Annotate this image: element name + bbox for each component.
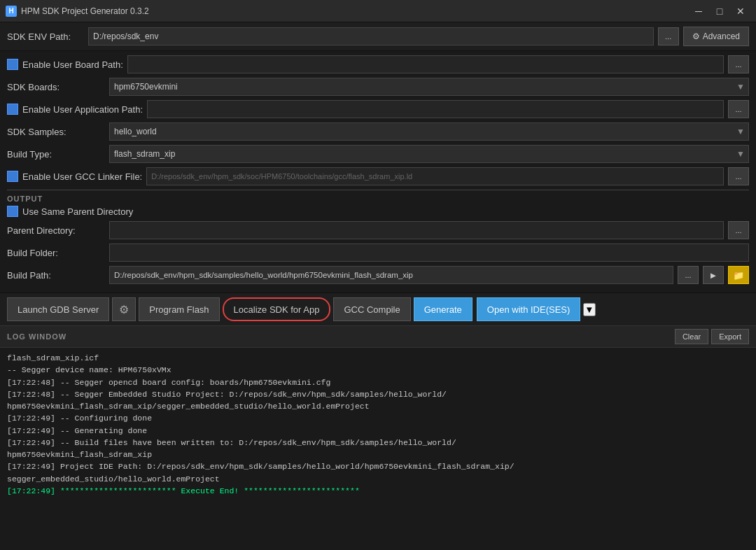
enable-user-app-path-row: Enable User Application Path: ... [7, 100, 749, 118]
enable-user-board-path-checkbox[interactable] [7, 59, 18, 70]
enable-user-app-path-checkbox[interactable] [7, 104, 18, 115]
log-line-success: [17:22:49] ************************ Exec… [7, 485, 749, 497]
parent-dir-label: Parent Directory: [7, 225, 105, 236]
sdk-boards-label: SDK Boards: [7, 82, 105, 92]
enable-user-board-path-row: Enable User Board Path: ... [7, 55, 749, 73]
open-with-ide-dropdown-button[interactable]: ▼ [583, 303, 595, 316]
generate-button[interactable]: Generate [414, 297, 472, 321]
sdk-env-row: SDK ENV Path: ... ⚙ Advanced [0, 22, 756, 51]
close-button[interactable]: ✕ [731, 3, 750, 19]
sdk-boards-row: SDK Boards: hpm6750evkmini ▼ [7, 78, 749, 96]
user-app-path-browse-button[interactable]: ... [728, 100, 749, 118]
log-line: [17:22:49] -- Configuring done [7, 412, 749, 424]
log-header: LOG WINDOW Clear Export [0, 326, 756, 348]
gdb-settings-button[interactable]: ⚙ [112, 297, 136, 321]
window-title: HPM SDK Project Generator 0.3.2 [21, 6, 149, 16]
user-board-path-browse-button[interactable]: ... [728, 55, 749, 73]
sdk-samples-row: SDK Samples: hello_world ▼ [7, 122, 749, 141]
log-header-buttons: Clear Export [675, 329, 749, 344]
build-folder-input[interactable] [109, 244, 749, 262]
maximize-button[interactable]: □ [710, 3, 729, 19]
launch-gdb-button[interactable]: Launch GDB Server [7, 297, 109, 321]
title-bar: H HPM SDK Project Generator 0.3.2 ─ □ ✕ [0, 0, 756, 22]
folder-icon-button[interactable]: 📁 [728, 266, 749, 284]
localize-sdk-button[interactable]: Localize SDK for App [223, 297, 331, 321]
gcc-linker-browse-button[interactable]: ... [728, 167, 749, 185]
program-flash-button[interactable]: Program Flash [139, 297, 219, 321]
user-app-path-input[interactable] [147, 100, 724, 118]
sdk-env-label: SDK ENV Path: [7, 31, 84, 42]
log-line: [17:22:48] -- Segger opencd board config… [7, 376, 749, 388]
sdk-samples-label: SDK Samples: [7, 127, 105, 137]
build-type-label: Build Type: [7, 149, 105, 160]
log-window-title: LOG WINDOW [7, 332, 66, 341]
sdk-samples-dropdown-wrapper: hello_world ▼ [109, 122, 749, 141]
parent-dir-input[interactable] [109, 221, 724, 239]
sdk-samples-dropdown[interactable]: hello_world [109, 122, 749, 141]
log-line: [17:22:49] -- Generating done [7, 425, 749, 437]
terminal-icon-button[interactable]: ► [703, 266, 724, 284]
build-path-row: Build Path: ... ► 📁 [7, 266, 749, 284]
log-line: segger_embedded_studio/hello_world.emPro… [7, 473, 749, 485]
sdk-boards-dropdown-wrapper: hpm6750evkmini ▼ [109, 78, 749, 96]
sdk-boards-dropdown[interactable]: hpm6750evkmini [109, 78, 749, 96]
log-line: hpm6750evkmini_flash_sdram_xip [7, 449, 749, 460]
build-type-dropdown[interactable]: flash_sdram_xip [109, 145, 749, 163]
clear-button[interactable]: Clear [675, 329, 708, 344]
sdk-env-input[interactable] [88, 27, 654, 45]
build-path-label: Build Path: [7, 270, 105, 281]
build-type-dropdown-wrapper: flash_sdram_xip ▼ [109, 145, 749, 163]
output-section-header: OUTPUT [7, 195, 749, 203]
main-form: Enable User Board Path: ... SDK Boards: … [0, 51, 756, 292]
log-content: flash_sdram_xip.icf -- Segger device nam… [0, 348, 756, 509]
export-button[interactable]: Export [711, 329, 749, 344]
title-bar-left: H HPM SDK Project Generator 0.3.2 [6, 6, 149, 17]
build-path-browse-button[interactable]: ... [678, 266, 699, 284]
use-same-parent-row: Use Same Parent Directory [7, 206, 749, 217]
gear-icon: ⚙ [692, 31, 700, 41]
log-line: -- Segger device name: HPM6750xVMx [7, 364, 749, 376]
parent-dir-browse-button[interactable]: ... [728, 221, 749, 239]
log-line: [17:22:48] -- Segger Embedded Studio Pro… [7, 388, 749, 400]
user-board-path-input[interactable] [127, 55, 724, 73]
build-type-row: Build Type: flash_sdram_xip ▼ [7, 145, 749, 163]
log-window: LOG WINDOW Clear Export flash_sdram_xip.… [0, 325, 756, 509]
open-with-ide-button[interactable]: Open with IDE(SES) [477, 297, 581, 321]
enable-gcc-linker-label: Enable User GCC Linker File: [22, 171, 142, 182]
build-folder-row: Build Folder: [7, 244, 749, 262]
log-line: hpm6750evkmini_flash_sdram_xip/segger_em… [7, 400, 749, 412]
build-folder-label: Build Folder: [7, 248, 105, 258]
advanced-button[interactable]: ⚙ Advanced [683, 27, 749, 46]
sdk-env-browse-button[interactable]: ... [658, 27, 679, 45]
use-same-parent-checkbox[interactable] [7, 206, 18, 217]
log-line: flash_sdram_xip.icf [7, 352, 749, 364]
toolbar: Launch GDB Server ⚙ Program Flash Locali… [0, 292, 756, 325]
window-controls: ─ □ ✕ [689, 3, 750, 19]
enable-gcc-linker-row: Enable User GCC Linker File: ... [7, 167, 749, 185]
output-section: OUTPUT Use Same Parent Directory Parent … [7, 190, 749, 284]
minimize-button[interactable]: ─ [689, 3, 708, 19]
log-line: [17:22:49] -- Build files have been writ… [7, 437, 749, 449]
use-same-parent-label: Use Same Parent Directory [22, 206, 133, 217]
build-path-input[interactable] [109, 266, 673, 284]
app-icon: H [6, 6, 17, 17]
enable-user-board-path-label: Enable User Board Path: [22, 59, 123, 70]
enable-user-app-path-label: Enable User Application Path: [22, 104, 143, 115]
enable-gcc-linker-checkbox[interactable] [7, 171, 18, 182]
gcc-linker-input[interactable] [146, 167, 724, 185]
gcc-compile-button[interactable]: GCC Compile [333, 297, 410, 321]
parent-dir-row: Parent Directory: ... [7, 221, 749, 239]
log-line: [17:22:49] Project IDE Path: D:/repos/sd… [7, 460, 749, 472]
